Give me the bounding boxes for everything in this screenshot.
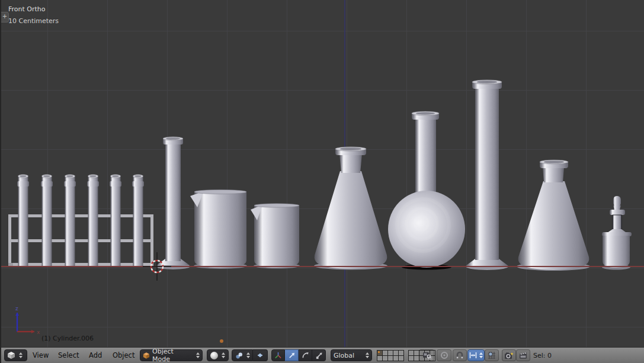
region-expand-tab[interactable]: + <box>1 12 9 23</box>
rotate-arc-icon <box>302 352 309 359</box>
menu-add[interactable]: Add <box>89 348 102 363</box>
selection-status: Sel: 0 <box>533 348 552 363</box>
manipulator-toggle-button[interactable] <box>271 349 285 361</box>
round-bottom-flask[interactable] <box>388 111 465 269</box>
test-tube-rack[interactable] <box>8 214 153 266</box>
test-tube[interactable] <box>17 175 29 266</box>
manipulator-axes-icon <box>274 351 282 359</box>
layer-cell[interactable] <box>398 355 404 361</box>
viewport-3d[interactable]: z x Front Ortho 10 Centimeters (1) Cylin… <box>1 0 644 348</box>
scene-lock-icon <box>422 351 431 359</box>
proportional-edit-icon <box>440 351 448 359</box>
menu-view[interactable]: View <box>33 348 49 363</box>
dropdown-arrows-icon <box>479 352 483 358</box>
scene-lock-button[interactable] <box>419 349 434 361</box>
opengl-render-anim-button[interactable] <box>516 349 530 361</box>
shading-dropdown[interactable] <box>207 349 229 361</box>
snap-target-grid-icon <box>488 351 496 359</box>
rotate-manipulator-button[interactable] <box>299 349 312 361</box>
test-tube[interactable] <box>41 175 53 266</box>
snap-increment-icon <box>469 352 477 359</box>
proportional-edit-dropdown[interactable] <box>437 349 451 361</box>
test-tube[interactable] <box>87 175 99 266</box>
test-tube[interactable] <box>132 175 144 266</box>
layers-group-1 <box>377 350 403 361</box>
clapperboard-icon <box>519 351 528 359</box>
view-name-label: Front Ortho <box>8 5 46 13</box>
dropdown-arrows-icon <box>366 352 369 358</box>
menu-object[interactable]: Object <box>113 348 134 363</box>
snap-element-dropdown[interactable] <box>467 349 485 361</box>
test-tube[interactable] <box>110 175 121 266</box>
test-tube[interactable] <box>64 175 76 266</box>
shading-sphere-icon <box>210 352 218 359</box>
scale-arrow-icon <box>315 352 323 359</box>
dropdown-arrows-icon <box>246 352 250 358</box>
erlenmeyer-flask-large[interactable] <box>314 147 387 270</box>
blender-window: z x Front Ortho 10 Centimeters (1) Cylin… <box>0 0 644 363</box>
grid-scale-label: 10 Centimeters <box>8 17 59 25</box>
snap-magnet-icon <box>456 351 464 359</box>
dropper-bottle[interactable] <box>602 196 632 270</box>
menu-select[interactable]: Select <box>58 348 79 363</box>
opengl-render-button[interactable] <box>502 349 516 361</box>
editor-3dview-icon <box>7 351 15 359</box>
dropdown-arrows-icon <box>196 352 200 358</box>
test-tubes[interactable] <box>17 175 144 266</box>
mode-dropdown-value: Object Mode <box>152 348 190 363</box>
orientation-dropdown-value: Global <box>334 352 354 359</box>
pivot-median-icon <box>235 352 243 359</box>
manipulate-centers-icon <box>256 352 264 358</box>
gizmo-z-label: z <box>15 306 18 311</box>
manipulate-centers-button[interactable] <box>253 349 268 361</box>
beaker-large[interactable] <box>190 189 247 269</box>
pivot-dropdown[interactable] <box>232 349 253 361</box>
dropdown-arrows-icon <box>222 352 225 358</box>
editor-type-selector[interactable] <box>4 349 27 361</box>
dropdown-arrows-icon <box>19 352 23 358</box>
object-mode-cube-icon <box>143 352 150 359</box>
view3d-header: View Select Add Object Object Mode <box>1 347 644 363</box>
erlenmeyer-flask-small[interactable] <box>517 160 590 271</box>
gizmo-x-label: x <box>37 329 40 335</box>
translate-manipulator-button[interactable] <box>285 349 299 361</box>
mode-dropdown[interactable]: Object Mode <box>140 349 203 361</box>
translate-arrow-icon <box>288 352 296 359</box>
graduated-cylinder-small[interactable] <box>156 137 190 269</box>
beaker-small[interactable] <box>251 204 300 269</box>
cursor-3d <box>143 252 171 281</box>
object-origin-dot <box>220 339 223 343</box>
active-object-label: (1) Cylinder.006 <box>41 335 94 342</box>
render-camera-icon <box>504 351 514 359</box>
graduated-cylinder-tall[interactable] <box>466 80 508 270</box>
x-axis-line <box>1 266 644 267</box>
scale-manipulator-button[interactable] <box>312 349 326 361</box>
orientation-dropdown[interactable]: Global <box>331 349 372 361</box>
snap-target-button[interactable] <box>485 349 499 361</box>
scene-objects <box>1 0 644 348</box>
snap-toggle-button[interactable] <box>453 349 467 361</box>
